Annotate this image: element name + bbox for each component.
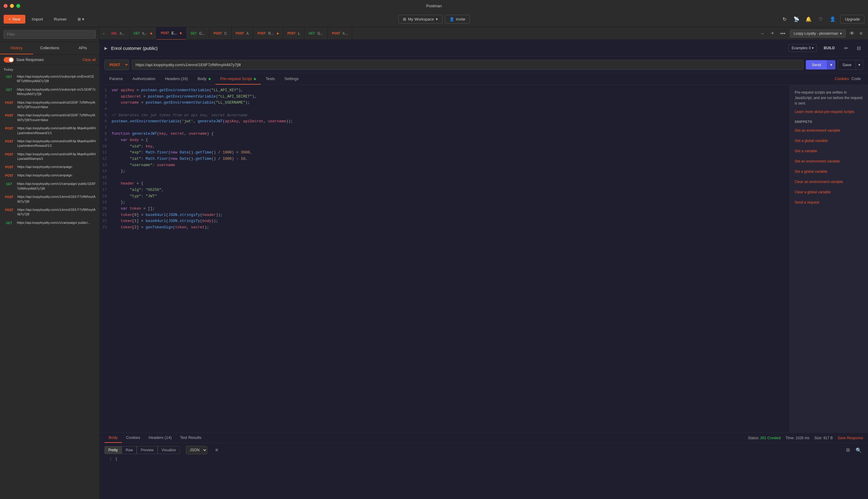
bottom-tab-test-results[interactable]: Test Results bbox=[176, 433, 205, 443]
url-input[interactable] bbox=[131, 60, 803, 70]
code-editor[interactable]: 12345 678910 1112131415 1617181920 21222… bbox=[100, 85, 790, 433]
format-tab-pretty[interactable]: Pretty bbox=[104, 446, 122, 454]
tab-params[interactable]: Params bbox=[104, 73, 128, 85]
user-avatar-button[interactable]: 👤 bbox=[828, 15, 837, 24]
bell-icon-button[interactable]: 🔔 bbox=[804, 15, 813, 24]
build-button[interactable]: BUILD bbox=[821, 45, 838, 52]
workspace-dropdown[interactable]: Loopy Loyalty - pkosterman ▾ bbox=[790, 29, 846, 37]
eye-button[interactable]: 👁 bbox=[847, 29, 857, 38]
format-options-button[interactable]: ≡ bbox=[212, 446, 221, 454]
request-tab-del[interactable]: DEL h... bbox=[107, 27, 129, 40]
snippet-clear-env[interactable]: Clear an environment variable bbox=[795, 179, 863, 185]
satellite-icon-button[interactable]: 📡 bbox=[792, 15, 801, 24]
list-item[interactable]: POST https://api.loopyloyalty.com/card/c… bbox=[0, 98, 99, 111]
runner-button[interactable]: Runner bbox=[50, 15, 71, 24]
tab-prerequest-script[interactable]: Pre-request Script bbox=[215, 73, 261, 85]
layout-button[interactable]: ⊞ ▾ bbox=[73, 15, 88, 24]
snippet-set-global[interactable]: Set a global variable bbox=[795, 168, 863, 175]
upgrade-button[interactable]: Upgrade bbox=[840, 15, 864, 24]
snippet-get-global[interactable]: Get a global variable bbox=[795, 137, 863, 144]
format-tab-raw[interactable]: Raw bbox=[122, 446, 137, 454]
snippet-get-env[interactable]: Get an environment variable bbox=[795, 127, 863, 134]
tab-headers[interactable]: Headers (10) bbox=[160, 73, 193, 85]
heart-icon-button[interactable]: ♡ bbox=[816, 15, 825, 24]
request-tab-post2[interactable]: POST C bbox=[210, 27, 231, 40]
format-select[interactable]: JSON bbox=[186, 446, 207, 454]
tab-tests[interactable]: Tests bbox=[261, 73, 279, 85]
save-response-button[interactable]: Save Response bbox=[838, 436, 863, 440]
tab-collections[interactable]: Collections bbox=[33, 42, 66, 54]
import-button[interactable]: Import bbox=[28, 15, 47, 24]
request-tab-get2[interactable]: GET G... bbox=[186, 27, 210, 40]
method-select[interactable]: POST bbox=[104, 60, 129, 70]
tab-apis[interactable]: APIs bbox=[66, 42, 99, 54]
list-item[interactable]: POST https://api.loopyloyalty.com/card/c… bbox=[0, 111, 99, 124]
list-item[interactable]: POST https://api.loopyloyalty.com/v1/enr… bbox=[0, 193, 99, 206]
collapse-arrow[interactable]: ▶ bbox=[104, 46, 108, 50]
workspace-selector[interactable]: ⊞ My Workspace ▾ bbox=[398, 15, 442, 24]
panel-link[interactable]: Learn more about pre-request scripts bbox=[795, 110, 863, 114]
bottom-tab-body[interactable]: Body bbox=[104, 433, 122, 443]
snippet-get-var[interactable]: Get a variable bbox=[795, 148, 863, 154]
save-dropdown-arrow[interactable]: ▾ bbox=[856, 60, 863, 70]
tab-authorization[interactable]: Authorization bbox=[128, 73, 160, 85]
examples-button[interactable]: Examples 0 ▾ bbox=[788, 44, 817, 52]
list-item[interactable]: POST https://api.loopyloyalty.com/card/c… bbox=[0, 124, 99, 137]
search-button[interactable]: 🔍 bbox=[854, 446, 863, 454]
snippet-clear-global[interactable]: Clear a global variable bbox=[795, 189, 863, 195]
save-button-group: Save ▾ bbox=[838, 60, 863, 70]
format-tab-visualize[interactable]: Visualize bbox=[158, 446, 180, 454]
request-tab-post5[interactable]: POST L bbox=[283, 27, 304, 40]
workspace-label: My Workspace bbox=[408, 17, 434, 22]
send-button[interactable]: Send bbox=[806, 60, 827, 70]
copy-button[interactable]: ⧉ bbox=[843, 446, 852, 454]
snippet-set-env[interactable]: Set an environment variable bbox=[795, 158, 863, 165]
format-tabs: Pretty Raw Preview Visualize bbox=[104, 446, 180, 454]
request-tab-post4[interactable]: POST R... bbox=[253, 27, 283, 40]
tabs-forward-arrow[interactable]: → bbox=[758, 29, 767, 38]
grid-icon: ⊞ bbox=[403, 17, 406, 22]
method-badge-get: GET bbox=[4, 88, 14, 92]
list-item[interactable]: POST https://api.loopyloyalty.com/card/c… bbox=[0, 137, 99, 150]
bottom-tab-headers[interactable]: Headers (14) bbox=[144, 433, 176, 443]
tab-settings[interactable]: Settings bbox=[280, 73, 304, 85]
clear-all-button[interactable]: Clear all bbox=[83, 58, 96, 62]
minimize-button[interactable] bbox=[10, 4, 14, 8]
request-tab-post3[interactable]: POST A bbox=[231, 27, 253, 40]
list-item[interactable]: POST https://api.loopyloyalty.com/campai… bbox=[0, 163, 99, 171]
settings-icon-button[interactable]: ≡ bbox=[857, 29, 866, 38]
invite-button[interactable]: 👤 Invite bbox=[445, 15, 470, 24]
sync-button[interactable]: ↻ bbox=[780, 15, 789, 24]
tabs-menu-button[interactable]: ••• bbox=[778, 29, 788, 38]
request-tab-post-active[interactable]: POST E... bbox=[156, 27, 186, 40]
edit-icon-button[interactable]: ✏ bbox=[841, 44, 851, 52]
list-item[interactable]: GET https://api.loopyloyalty.com/v1/subs… bbox=[0, 85, 99, 98]
list-item[interactable]: POST https://api.loopyloyalty.com/card/c… bbox=[0, 150, 99, 163]
tab-history[interactable]: History bbox=[0, 42, 33, 54]
snippet-send-request[interactable]: Send a request bbox=[795, 199, 863, 206]
search-input[interactable] bbox=[4, 30, 96, 39]
request-tab-post6[interactable]: POST h... bbox=[328, 27, 352, 40]
request-tab-get3[interactable]: GET G... bbox=[304, 27, 328, 40]
list-item[interactable]: POST https://api.loopyloyalty.com/campai… bbox=[0, 171, 99, 180]
maximize-button[interactable] bbox=[16, 4, 20, 8]
bottom-tab-cookies[interactable]: Cookies bbox=[122, 433, 144, 443]
save-button[interactable]: Save bbox=[838, 60, 856, 70]
cookies-link[interactable]: Cookies bbox=[835, 73, 849, 85]
code-link[interactable]: Code bbox=[849, 73, 863, 85]
new-button[interactable]: + New bbox=[4, 15, 25, 24]
tabs-back-arrow[interactable]: ← bbox=[102, 31, 106, 36]
tab-body[interactable]: Body bbox=[193, 73, 215, 85]
list-item[interactable]: GET https://api.loopyloyalty.com/v1/subs… bbox=[0, 73, 99, 85]
layout-icon-button[interactable]: ⊟ bbox=[854, 44, 863, 52]
format-tab-preview[interactable]: Preview bbox=[137, 446, 158, 454]
list-item[interactable]: POST https://api.loopyloyalty.com/v1/enr… bbox=[0, 206, 99, 219]
list-item[interactable]: GET https://api.loopyloyalty.com/v1/camp… bbox=[0, 180, 99, 193]
add-tab-button[interactable]: + bbox=[768, 29, 777, 38]
window-controls[interactable] bbox=[4, 4, 20, 8]
request-tab-get1[interactable]: GET h... bbox=[129, 27, 156, 40]
send-dropdown-arrow[interactable]: ▾ bbox=[827, 60, 835, 70]
save-responses-toggle[interactable] bbox=[4, 57, 14, 62]
close-button[interactable] bbox=[4, 4, 8, 8]
list-item[interactable]: GET https://api.loopyloyalty.com/v1/camp… bbox=[0, 219, 99, 227]
